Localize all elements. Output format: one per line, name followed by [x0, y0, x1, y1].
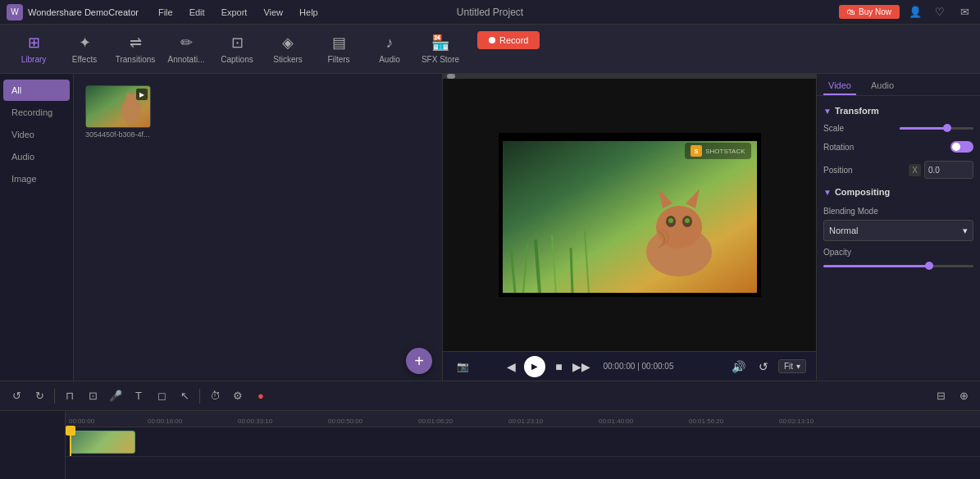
record-button[interactable]: Record [477, 31, 540, 49]
timeline-track[interactable] [66, 427, 980, 457]
toolbar-transitions[interactable]: ⇌ Transitions [112, 28, 159, 71]
ruler-mark-4: 00:01:06:20 [418, 417, 453, 425]
delete-button[interactable]: ● [251, 386, 271, 406]
audio-icon: ♪ [386, 34, 394, 52]
volume-button[interactable]: 🔊 [729, 357, 749, 376]
menu-export[interactable]: Export [215, 6, 254, 19]
preview-controls-right: 🔊 ↺ Fit ▾ [729, 357, 806, 376]
fit-select[interactable]: Fit ▾ [778, 359, 806, 373]
fit-label: Fit [784, 362, 793, 371]
menu-file[interactable]: File [152, 6, 180, 19]
zoom-in-button[interactable]: ⊕ [954, 386, 973, 406]
time-current: 00:00:00 [603, 362, 635, 371]
shotstack-watermark: S SHOTSTACK [685, 143, 750, 159]
shape-button[interactable]: ◻ [152, 386, 171, 406]
play-button[interactable]: ▶ [524, 356, 545, 377]
toolbar-captions[interactable]: ⊡ Captions [213, 28, 261, 71]
timer-button[interactable]: ⏱ [205, 386, 225, 406]
sidebar-item-recording[interactable]: Recording [3, 102, 70, 123]
sfxstore-icon: 🏪 [431, 34, 449, 52]
rotation-label: Rotation [823, 143, 854, 152]
record-label: Record [499, 35, 528, 45]
ruler-mark-3: 00:00:50:00 [328, 417, 362, 425]
sidebar-item-all[interactable]: All [3, 80, 70, 101]
menu-right: 🛍 Buy Now 👤 ♡ ✉ [839, 3, 973, 21]
stop-button[interactable]: ■ [549, 357, 568, 376]
sidebar-item-video[interactable]: Video [3, 124, 70, 145]
timeline-clip[interactable] [70, 431, 135, 454]
preview-scrollbar[interactable] [443, 74, 816, 79]
add-media-button[interactable]: + [406, 348, 432, 374]
toolbar-stickers[interactable]: ◈ Stickers [264, 28, 312, 71]
menu-bar: W Wondershare DemoCreator File Edit Expo… [0, 0, 980, 25]
toolbar-effects[interactable]: ✦ Effects [61, 28, 108, 71]
buy-now-button[interactable]: 🛍 Buy Now [839, 5, 900, 19]
refresh-button[interactable]: ↺ [754, 357, 773, 376]
text-button[interactable]: T [129, 386, 148, 406]
scale-slider[interactable] [900, 127, 973, 130]
position-row: Position X 0.0 [823, 161, 973, 179]
toolbar-audio-label: Audio [379, 55, 400, 64]
playhead[interactable] [70, 427, 71, 456]
toolbar-audio[interactable]: ♪ Audio [366, 28, 413, 71]
cursor-button[interactable]: ↖ [175, 386, 194, 406]
forward-button[interactable]: ▶▶ [572, 357, 591, 376]
media-label: 3054450f-b308-4f... [85, 130, 151, 139]
app-logo-text: Wondershare DemoCreator [28, 7, 139, 17]
menu-view[interactable]: View [257, 6, 289, 19]
ruler-mark-7: 00:01:56:20 [689, 417, 723, 425]
mail-icon[interactable]: ✉ [955, 3, 973, 21]
zoom-out-button[interactable]: ⊟ [931, 386, 950, 406]
media-type-icon: ▶ [136, 89, 148, 100]
svg-point-20 [685, 218, 690, 223]
transitions-icon: ⇌ [130, 34, 142, 52]
heart-icon[interactable]: ♡ [931, 3, 949, 21]
blending-mode-select[interactable]: Normal ▾ [823, 220, 973, 241]
transform-toggle[interactable]: ▼ [823, 107, 832, 116]
tab-video[interactable]: Video [823, 77, 856, 95]
split-button[interactable]: ⊓ [60, 386, 80, 406]
redo-button[interactable]: ↻ [30, 386, 49, 406]
svg-point-14 [656, 206, 702, 249]
position-x-input[interactable]: 0.0 [924, 161, 973, 179]
toolbar-filters[interactable]: ▤ Filters [315, 28, 362, 71]
opacity-row: Opacity [823, 248, 973, 257]
undo-button[interactable]: ↺ [7, 386, 26, 406]
blending-mode-label: Blending Mode [823, 207, 878, 216]
toolbar-annotations[interactable]: ✏ Annotati... [162, 28, 210, 71]
user-icon[interactable]: 👤 [906, 3, 924, 21]
ruler-mark-6: 00:01:40:00 [599, 417, 633, 425]
project-title: Untitled Project [457, 7, 523, 18]
media-item[interactable]: ▶ 3054450f-b308-4f... [85, 85, 151, 139]
mic-button[interactable]: 🎤 [106, 386, 125, 406]
right-panel-content: ▼ Transform Scale Rotation Positi [817, 96, 980, 381]
sidebar-item-audio[interactable]: Audio [3, 146, 70, 167]
menu-help[interactable]: Help [293, 6, 325, 19]
toolbar-library[interactable]: ⊞ Library [10, 28, 57, 71]
toolbar-sfxstore[interactable]: 🏪 SFX Store [417, 28, 464, 71]
settings-button[interactable]: ⚙ [228, 386, 248, 406]
rotation-toggle[interactable] [950, 141, 973, 153]
preview-controls: 📷 ◀ ▶ ■ ▶▶ 00:00:00 | 00:00:05 🔊 ↺ Fit ▾ [443, 351, 816, 381]
compositing-toggle[interactable]: ▼ [823, 188, 832, 197]
position-x-value: 0.0 [928, 166, 940, 175]
tab-audio[interactable]: Audio [866, 77, 899, 95]
buy-now-label: Buy Now [859, 7, 891, 16]
left-panel: All Recording Video Audio Image [0, 74, 443, 381]
rotation-row: Rotation [823, 141, 973, 153]
compositing-title: Compositing [835, 187, 890, 197]
screenshot-button[interactable]: 📷 [453, 357, 472, 376]
main-area: All Recording Video Audio Image [0, 74, 980, 381]
menu-edit[interactable]: Edit [183, 6, 212, 19]
blend-chevron-icon: ▾ [963, 226, 968, 236]
shotstack-logo-icon: S [691, 145, 702, 157]
preview-area: S SHOTSTACK [443, 79, 816, 351]
sidebar-item-image[interactable]: Image [3, 168, 70, 189]
crop-button[interactable]: ⊡ [83, 386, 103, 406]
captions-icon: ⊡ [231, 34, 244, 52]
position-label: Position [823, 166, 853, 175]
video-preview: S SHOTSTACK 📷 ◀ ▶ ■ ▶▶ 00:00:00 | 00:00:… [443, 74, 816, 381]
opacity-slider[interactable] [823, 265, 973, 267]
rewind-button[interactable]: ◀ [501, 357, 521, 376]
library-sidebar: All Recording Video Audio Image [0, 74, 74, 381]
